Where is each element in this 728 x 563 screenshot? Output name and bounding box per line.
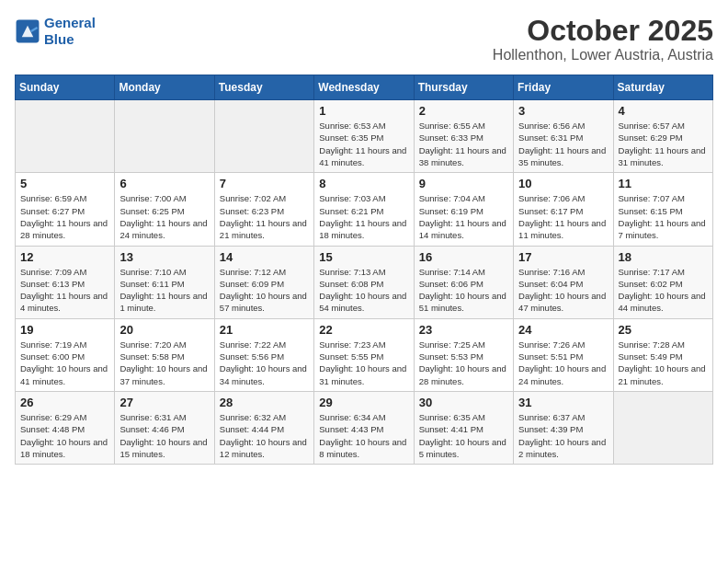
day-number: 9 <box>419 177 508 190</box>
calendar-cell: 18Sunrise: 7:17 AM Sunset: 6:02 PM Dayli… <box>613 246 712 318</box>
day-number: 18 <box>619 250 708 264</box>
day-number: 28 <box>220 396 309 409</box>
calendar-cell: 19Sunrise: 7:19 AM Sunset: 6:00 PM Dayli… <box>16 318 115 391</box>
day-info: Sunrise: 6:55 AM Sunset: 6:33 PM Dayligh… <box>419 120 508 168</box>
day-number: 26 <box>20 396 109 409</box>
location-subtitle: Hollenthon, Lower Austria, Austria <box>493 47 713 63</box>
day-info: Sunrise: 7:02 AM Sunset: 6:23 PM Dayligh… <box>220 192 309 241</box>
day-number: 21 <box>220 323 309 337</box>
day-number: 30 <box>419 396 508 409</box>
day-info: Sunrise: 6:35 AM Sunset: 4:41 PM Dayligh… <box>419 411 508 460</box>
calendar-cell: 5Sunrise: 6:59 AM Sunset: 6:27 PM Daylig… <box>16 173 115 246</box>
calendar-cell: 6Sunrise: 7:00 AM Sunset: 6:25 PM Daylig… <box>115 173 214 246</box>
day-info: Sunrise: 7:28 AM Sunset: 5:49 PM Dayligh… <box>619 339 708 387</box>
day-number: 15 <box>319 250 408 264</box>
day-info: Sunrise: 6:57 AM Sunset: 6:29 PM Dayligh… <box>619 120 708 168</box>
calendar-cell: 31Sunrise: 6:37 AM Sunset: 4:39 PM Dayli… <box>514 391 613 464</box>
day-number: 24 <box>518 323 608 337</box>
calendar-cell: 9Sunrise: 7:04 AM Sunset: 6:19 PM Daylig… <box>414 173 513 246</box>
day-info: Sunrise: 7:12 AM Sunset: 6:09 PM Dayligh… <box>220 266 309 315</box>
day-number: 8 <box>319 177 408 190</box>
calendar-cell: 17Sunrise: 7:16 AM Sunset: 6:04 PM Dayli… <box>514 246 613 318</box>
calendar-cell <box>115 100 214 173</box>
calendar-cell: 10Sunrise: 7:06 AM Sunset: 6:17 PM Dayli… <box>514 173 613 246</box>
day-number: 13 <box>119 250 209 264</box>
day-number: 6 <box>119 177 209 190</box>
day-info: Sunrise: 7:03 AM Sunset: 6:21 PM Dayligh… <box>319 192 408 241</box>
day-info: Sunrise: 6:53 AM Sunset: 6:35 PM Dayligh… <box>319 120 408 168</box>
calendar-cell: 2Sunrise: 6:55 AM Sunset: 6:33 PM Daylig… <box>414 100 513 173</box>
weekday-header-monday: Monday <box>115 75 214 100</box>
day-number: 14 <box>220 250 309 264</box>
day-number: 7 <box>220 177 309 190</box>
day-info: Sunrise: 7:25 AM Sunset: 5:53 PM Dayligh… <box>419 339 508 387</box>
calendar-cell: 21Sunrise: 7:22 AM Sunset: 5:56 PM Dayli… <box>214 318 313 391</box>
day-number: 25 <box>619 323 708 337</box>
calendar-cell: 14Sunrise: 7:12 AM Sunset: 6:09 PM Dayli… <box>214 246 313 318</box>
day-number: 22 <box>319 323 408 337</box>
day-number: 3 <box>518 104 608 118</box>
day-info: Sunrise: 7:10 AM Sunset: 6:11 PM Dayligh… <box>119 266 209 315</box>
day-info: Sunrise: 7:16 AM Sunset: 6:04 PM Dayligh… <box>518 266 608 315</box>
calendar-cell: 1Sunrise: 6:53 AM Sunset: 6:35 PM Daylig… <box>314 100 414 173</box>
calendar-cell: 26Sunrise: 6:29 AM Sunset: 4:48 PM Dayli… <box>16 391 115 464</box>
weekday-header-thursday: Thursday <box>414 75 513 100</box>
day-info: Sunrise: 6:56 AM Sunset: 6:31 PM Dayligh… <box>518 120 608 168</box>
calendar-cell: 11Sunrise: 7:07 AM Sunset: 6:15 PM Dayli… <box>613 173 712 246</box>
calendar-cell <box>214 100 313 173</box>
calendar-week-row: 12Sunrise: 7:09 AM Sunset: 6:13 PM Dayli… <box>16 246 713 318</box>
calendar-cell: 25Sunrise: 7:28 AM Sunset: 5:49 PM Dayli… <box>613 318 712 391</box>
title-block: October 2025 Hollenthon, Lower Austria, … <box>493 15 713 63</box>
calendar-cell: 7Sunrise: 7:02 AM Sunset: 6:23 PM Daylig… <box>214 173 313 246</box>
calendar-cell: 20Sunrise: 7:20 AM Sunset: 5:58 PM Dayli… <box>115 318 214 391</box>
calendar-cell <box>16 100 115 173</box>
day-number: 2 <box>419 104 508 118</box>
calendar-cell: 29Sunrise: 6:34 AM Sunset: 4:43 PM Dayli… <box>314 391 414 464</box>
day-number: 1 <box>319 104 408 118</box>
day-info: Sunrise: 7:19 AM Sunset: 6:00 PM Dayligh… <box>20 339 109 387</box>
day-info: Sunrise: 7:22 AM Sunset: 5:56 PM Dayligh… <box>220 339 309 387</box>
logo: General Blue <box>15 15 96 48</box>
calendar-cell: 30Sunrise: 6:35 AM Sunset: 4:41 PM Dayli… <box>414 391 513 464</box>
day-number: 11 <box>619 177 708 190</box>
calendar-week-row: 26Sunrise: 6:29 AM Sunset: 4:48 PM Dayli… <box>16 391 713 464</box>
logo-icon <box>15 18 40 44</box>
weekday-header-friday: Friday <box>514 75 613 100</box>
day-info: Sunrise: 7:06 AM Sunset: 6:17 PM Dayligh… <box>518 192 608 241</box>
day-number: 23 <box>419 323 508 337</box>
day-info: Sunrise: 7:09 AM Sunset: 6:13 PM Dayligh… <box>20 266 109 315</box>
calendar-week-row: 5Sunrise: 6:59 AM Sunset: 6:27 PM Daylig… <box>16 173 713 246</box>
calendar-cell: 16Sunrise: 7:14 AM Sunset: 6:06 PM Dayli… <box>414 246 513 318</box>
calendar-table: SundayMondayTuesdayWednesdayThursdayFrid… <box>15 75 713 465</box>
calendar-cell <box>613 391 712 464</box>
day-info: Sunrise: 6:37 AM Sunset: 4:39 PM Dayligh… <box>518 411 608 460</box>
day-number: 5 <box>20 177 109 190</box>
day-number: 4 <box>619 104 708 118</box>
weekday-header-row: SundayMondayTuesdayWednesdayThursdayFrid… <box>16 75 713 100</box>
calendar-cell: 13Sunrise: 7:10 AM Sunset: 6:11 PM Dayli… <box>115 246 214 318</box>
day-number: 20 <box>119 323 209 337</box>
day-info: Sunrise: 6:34 AM Sunset: 4:43 PM Dayligh… <box>319 411 408 460</box>
day-number: 27 <box>119 396 209 409</box>
weekday-header-sunday: Sunday <box>16 75 115 100</box>
day-info: Sunrise: 6:29 AM Sunset: 4:48 PM Dayligh… <box>20 411 109 460</box>
day-number: 16 <box>419 250 508 264</box>
day-number: 17 <box>518 250 608 264</box>
day-info: Sunrise: 7:04 AM Sunset: 6:19 PM Dayligh… <box>419 192 508 241</box>
calendar-week-row: 19Sunrise: 7:19 AM Sunset: 6:00 PM Dayli… <box>16 318 713 391</box>
calendar-cell: 24Sunrise: 7:26 AM Sunset: 5:51 PM Dayli… <box>514 318 613 391</box>
day-info: Sunrise: 6:32 AM Sunset: 4:44 PM Dayligh… <box>220 411 309 460</box>
page-header: General Blue October 2025 Hollenthon, Lo… <box>15 15 713 63</box>
calendar-cell: 27Sunrise: 6:31 AM Sunset: 4:46 PM Dayli… <box>115 391 214 464</box>
day-info: Sunrise: 7:00 AM Sunset: 6:25 PM Dayligh… <box>119 192 209 241</box>
day-info: Sunrise: 7:13 AM Sunset: 6:08 PM Dayligh… <box>319 266 408 315</box>
calendar-cell: 12Sunrise: 7:09 AM Sunset: 6:13 PM Dayli… <box>16 246 115 318</box>
day-info: Sunrise: 6:59 AM Sunset: 6:27 PM Dayligh… <box>20 192 109 241</box>
day-info: Sunrise: 7:07 AM Sunset: 6:15 PM Dayligh… <box>619 192 708 241</box>
day-number: 12 <box>20 250 109 264</box>
calendar-cell: 3Sunrise: 6:56 AM Sunset: 6:31 PM Daylig… <box>514 100 613 173</box>
day-info: Sunrise: 7:23 AM Sunset: 5:55 PM Dayligh… <box>319 339 408 387</box>
day-info: Sunrise: 7:17 AM Sunset: 6:02 PM Dayligh… <box>619 266 708 315</box>
weekday-header-saturday: Saturday <box>613 75 712 100</box>
weekday-header-wednesday: Wednesday <box>314 75 414 100</box>
